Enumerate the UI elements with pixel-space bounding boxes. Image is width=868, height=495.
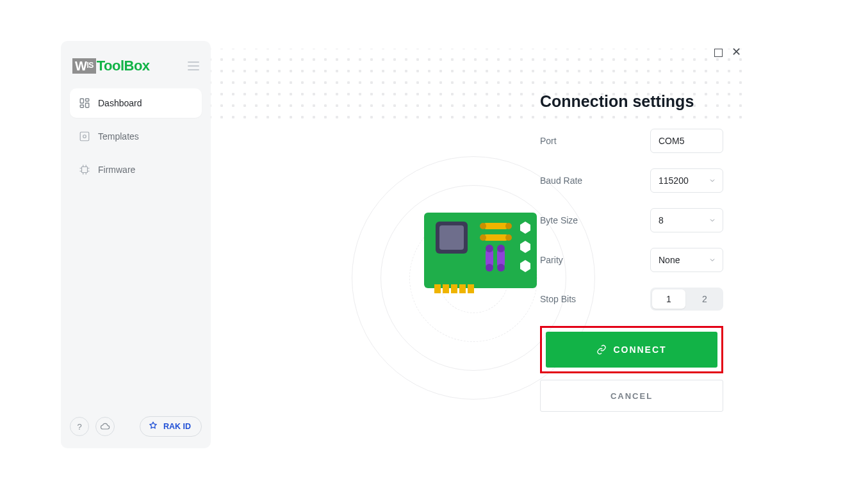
row-bytesize: Byte Size 8: [540, 208, 723, 232]
templates-icon: [79, 131, 90, 142]
close-icon[interactable]: ✕: [732, 46, 741, 58]
logo-toolbox: ToolBox: [97, 58, 150, 74]
bytesize-select[interactable]: 8: [650, 208, 723, 232]
cloud-icon: [100, 421, 110, 432]
chevron-down-icon: [708, 216, 716, 224]
svg-rect-15: [483, 223, 509, 229]
bytesize-value: 8: [659, 215, 664, 225]
nav: Dashboard Templates Firmware: [70, 88, 202, 184]
port-input[interactable]: [650, 129, 723, 153]
svg-point-16: [480, 223, 486, 229]
stopbits-toggle: 1 2: [650, 288, 723, 311]
svg-rect-18: [483, 234, 509, 241]
stopbits-label: Stop Bits: [540, 294, 576, 304]
row-port: Port: [540, 129, 723, 153]
svg-rect-9: [439, 225, 464, 250]
hamburger-icon[interactable]: [188, 61, 199, 70]
svg-rect-10: [434, 284, 441, 293]
connect-label: CONNECT: [613, 345, 666, 355]
rak-id-label: RAK ID: [163, 422, 191, 431]
logo-wis: WIS: [72, 58, 96, 74]
sidebar-item-label: Templates: [98, 131, 139, 142]
svg-rect-6: [82, 167, 88, 173]
sidebar-item-label: Firmware: [98, 165, 135, 175]
connect-highlight-wrap: CONNECT: [540, 326, 723, 373]
svg-rect-2: [86, 103, 89, 108]
link-icon: [596, 345, 607, 355]
row-baud: Baud Rate 115200: [540, 168, 723, 193]
svg-rect-12: [451, 284, 457, 293]
svg-point-23: [486, 264, 493, 272]
app-window: WIS ToolBox Dashboard: [61, 41, 748, 448]
row-parity: Parity None: [540, 248, 723, 272]
bytesize-label: Byte Size: [540, 215, 578, 225]
connect-button[interactable]: CONNECT: [546, 332, 717, 368]
sidebar-item-templates[interactable]: Templates: [70, 122, 202, 151]
svg-rect-3: [80, 105, 83, 108]
baud-label: Baud Rate: [540, 175, 582, 186]
sidebar-item-dashboard[interactable]: Dashboard: [70, 88, 202, 118]
baud-select[interactable]: 115200: [650, 168, 723, 193]
firmware-icon: [79, 164, 90, 175]
svg-rect-0: [80, 99, 83, 103]
window-controls: ✕: [714, 46, 741, 58]
svg-point-17: [505, 223, 512, 229]
stopbits-option-2[interactable]: 2: [688, 289, 721, 309]
row-stopbits: Stop Bits 1 2: [540, 288, 723, 311]
svg-point-26: [497, 264, 505, 272]
cancel-button[interactable]: CANCEL: [540, 380, 723, 412]
svg-rect-11: [443, 284, 449, 293]
main-area: ✕: [211, 41, 748, 448]
rak-id-icon: [148, 421, 158, 432]
svg-rect-4: [80, 132, 89, 141]
stopbits-option-1[interactable]: 1: [652, 289, 685, 309]
svg-point-25: [497, 245, 505, 252]
chevron-down-icon: [708, 256, 716, 264]
svg-point-22: [486, 245, 493, 252]
sidebar: WIS ToolBox Dashboard: [61, 41, 211, 448]
circuit-board-icon: [424, 213, 537, 295]
cloud-button[interactable]: [95, 417, 115, 436]
parity-value: None: [659, 255, 680, 265]
help-button[interactable]: ?: [70, 417, 89, 436]
parity-label: Parity: [540, 255, 563, 265]
svg-point-20: [505, 234, 512, 241]
connection-settings-panel: Connection settings Port Baud Rate 11520…: [540, 92, 723, 412]
baud-value: 115200: [659, 175, 689, 186]
svg-rect-14: [468, 284, 474, 293]
maximize-icon[interactable]: [714, 49, 723, 57]
port-label: Port: [540, 136, 557, 146]
cancel-label: CANCEL: [610, 391, 653, 401]
parity-select[interactable]: None: [650, 248, 723, 272]
help-icon: ?: [77, 422, 81, 432]
sidebar-header: WIS ToolBox: [70, 58, 202, 88]
app-logo: WIS ToolBox: [72, 58, 150, 74]
svg-rect-13: [459, 284, 466, 293]
sidebar-item-firmware[interactable]: Firmware: [70, 155, 202, 184]
dashboard-icon: [79, 97, 90, 109]
svg-point-19: [480, 234, 486, 241]
sidebar-footer: ? RAK ID: [70, 409, 202, 437]
rak-id-button[interactable]: RAK ID: [140, 416, 202, 437]
panel-title: Connection settings: [540, 92, 723, 111]
chevron-down-icon: [708, 177, 716, 184]
svg-rect-1: [86, 99, 89, 101]
sidebar-item-label: Dashboard: [98, 98, 142, 108]
svg-point-5: [83, 135, 86, 138]
